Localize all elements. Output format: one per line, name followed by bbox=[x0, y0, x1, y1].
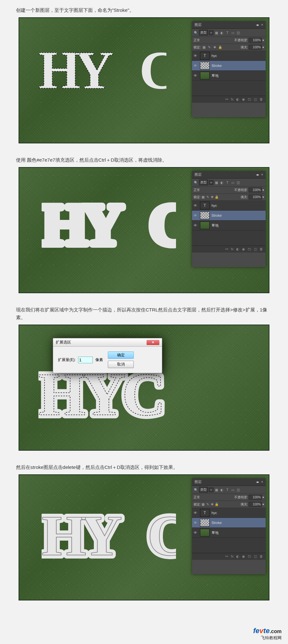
layers-panel[interactable]: 图层 ◂▸ × 🔍 类型 ÷ ▦ ◐ T ▭ ◫ 正常 不透明度: ▾ bbox=[192, 21, 266, 117]
opacity-input[interactable] bbox=[249, 38, 262, 43]
layer-hyc[interactable]: 👁Thyc bbox=[192, 201, 266, 211]
filter-image-icon[interactable]: ▦ bbox=[214, 30, 219, 35]
filter-text-icon[interactable]: T bbox=[225, 30, 230, 35]
ok-button[interactable]: 确定 bbox=[108, 351, 134, 359]
layers-panel[interactable]: 图层 ◂▸× 🔍 类型 ÷ ▦ ◐ T ▭ ◫ 正常 不透明度:▾ 锁定:▦✎✥… bbox=[192, 478, 266, 574]
filter-smart-icon[interactable]: ◫ bbox=[236, 180, 241, 185]
adjust-icon[interactable]: ◉ bbox=[242, 247, 245, 251]
lock-paint-icon[interactable]: ✎ bbox=[205, 502, 210, 506]
expand-input[interactable] bbox=[78, 357, 93, 363]
filter-arrow[interactable]: ÷ bbox=[209, 180, 213, 185]
link-icon[interactable]: ⚯ bbox=[225, 97, 228, 101]
close-icon[interactable]: × bbox=[261, 23, 263, 27]
filter-dropdown[interactable]: 类型 bbox=[199, 30, 208, 36]
lock-all-icon[interactable]: 🔒 bbox=[218, 45, 222, 49]
new-layer-icon[interactable]: ◫ bbox=[254, 247, 257, 251]
layer-stroke[interactable]: 👁 Stroke bbox=[192, 61, 266, 71]
trash-icon[interactable]: 🗑 bbox=[260, 554, 263, 559]
layer-hyc[interactable]: 👁 T hyc bbox=[192, 51, 266, 61]
fill-input[interactable] bbox=[249, 195, 262, 199]
visibility-icon[interactable]: 👁 bbox=[194, 223, 198, 227]
blend-mode[interactable]: 正常 bbox=[194, 495, 213, 500]
visibility-icon[interactable]: 👁 bbox=[194, 54, 198, 58]
collapse-icon[interactable]: ◂▸ bbox=[256, 23, 259, 27]
lock-all-icon[interactable]: 🔒 bbox=[214, 195, 219, 199]
layer-stroke[interactable]: 👁Stroke bbox=[192, 518, 266, 528]
filter-image-icon[interactable]: ▦ bbox=[214, 180, 219, 185]
layer-stroke[interactable]: 👁Stroke bbox=[192, 211, 266, 221]
lock-paint-icon[interactable]: ✎ bbox=[205, 195, 210, 199]
fx-icon[interactable]: fx bbox=[231, 97, 234, 101]
folder-icon[interactable]: 🗀 bbox=[248, 554, 251, 559]
filter-adjust-icon[interactable]: ◐ bbox=[220, 487, 224, 492]
visibility-icon[interactable]: 👁 bbox=[194, 521, 198, 525]
mask-icon[interactable]: ◐ bbox=[236, 97, 239, 101]
filter-smart-icon[interactable]: ◫ bbox=[236, 30, 241, 35]
lock-trans-icon[interactable]: ▦ bbox=[201, 502, 205, 506]
filter-dropdown[interactable]: 类型 bbox=[199, 487, 208, 493]
dialog-titlebar[interactable]: 扩展选区 ✕ bbox=[53, 338, 162, 347]
mask-icon[interactable]: ◐ bbox=[236, 247, 239, 251]
adjust-icon[interactable]: ◉ bbox=[242, 97, 245, 101]
filter-image-icon[interactable]: ▦ bbox=[214, 487, 219, 492]
search-icon[interactable]: 🔍 bbox=[194, 180, 198, 185]
filter-arrow[interactable]: ÷ bbox=[209, 487, 213, 492]
collapse-icon[interactable]: ◂▸ bbox=[256, 480, 259, 484]
new-layer-icon[interactable]: ◫ bbox=[254, 97, 257, 101]
filter-dropdown[interactable]: 类型 bbox=[199, 180, 208, 185]
layer-grass[interactable]: 👁草地 bbox=[192, 528, 266, 538]
dialog-close-button[interactable]: ✕ bbox=[147, 340, 159, 345]
search-icon[interactable]: 🔍 bbox=[194, 487, 198, 492]
filter-text-icon[interactable]: T bbox=[225, 487, 230, 492]
filter-arrow[interactable]: ÷ bbox=[209, 30, 213, 35]
filter-adjust-icon[interactable]: ◐ bbox=[220, 30, 224, 35]
trash-icon[interactable]: 🗑 bbox=[260, 247, 263, 251]
opacity-input[interactable] bbox=[249, 188, 262, 192]
lock-all-icon[interactable]: 🔒 bbox=[214, 502, 219, 506]
blend-mode[interactable]: 正常 bbox=[194, 188, 213, 192]
collapse-icon[interactable]: ◂▸ bbox=[256, 173, 259, 176]
fill-input[interactable] bbox=[249, 502, 262, 507]
visibility-icon[interactable]: 👁 bbox=[194, 511, 198, 515]
opacity-input[interactable] bbox=[249, 495, 262, 500]
close-icon[interactable]: × bbox=[261, 173, 263, 176]
folder-icon[interactable]: 🗀 bbox=[248, 97, 251, 101]
adjust-icon[interactable]: ◉ bbox=[242, 554, 245, 559]
lock-move-icon[interactable]: ✥ bbox=[212, 45, 217, 49]
layer-grass[interactable]: 👁 草地 bbox=[192, 71, 266, 81]
fill-input[interactable] bbox=[249, 45, 262, 50]
filter-shape-icon[interactable]: ▭ bbox=[231, 30, 235, 35]
visibility-icon[interactable]: 👁 bbox=[194, 204, 198, 207]
visibility-icon[interactable]: 👁 bbox=[194, 74, 198, 77]
lock-move-icon[interactable]: ✥ bbox=[210, 502, 214, 506]
filter-adjust-icon[interactable]: ◐ bbox=[220, 180, 224, 185]
lock-move-icon[interactable]: ✥ bbox=[210, 195, 214, 199]
lock-trans-icon[interactable]: ▦ bbox=[202, 45, 206, 49]
folder-icon[interactable]: 🗀 bbox=[248, 247, 251, 251]
fill-arrow[interactable]: ▾ bbox=[262, 503, 264, 506]
filter-smart-icon[interactable]: ◫ bbox=[236, 487, 241, 492]
lock-trans-icon[interactable]: ▦ bbox=[201, 195, 205, 199]
close-icon[interactable]: × bbox=[261, 480, 263, 484]
new-layer-icon[interactable]: ◫ bbox=[254, 554, 257, 559]
visibility-icon[interactable]: 👁 bbox=[194, 213, 198, 217]
fx-icon[interactable]: fx bbox=[231, 554, 234, 559]
opacity-arrow[interactable]: ▾ bbox=[262, 495, 264, 499]
blend-mode[interactable]: 正常 bbox=[194, 38, 213, 43]
filter-text-icon[interactable]: T bbox=[225, 180, 230, 185]
layer-grass[interactable]: 👁草地 bbox=[192, 221, 266, 230]
filter-shape-icon[interactable]: ▭ bbox=[231, 487, 235, 492]
lock-paint-icon[interactable]: ✎ bbox=[207, 45, 212, 49]
opacity-arrow[interactable]: ▾ bbox=[262, 38, 264, 42]
link-icon[interactable]: ⚯ bbox=[225, 554, 228, 559]
fx-icon[interactable]: fx bbox=[231, 247, 234, 251]
trash-icon[interactable]: 🗑 bbox=[260, 97, 263, 101]
expand-selection-dialog[interactable]: 扩展选区 ✕ 扩展量(E): 像素 确定 取消 bbox=[53, 338, 162, 373]
link-icon[interactable]: ⚯ bbox=[225, 247, 228, 251]
filter-shape-icon[interactable]: ▭ bbox=[231, 180, 235, 185]
opacity-arrow[interactable]: ▾ bbox=[262, 188, 264, 192]
mask-icon[interactable]: ◐ bbox=[236, 554, 239, 559]
visibility-icon[interactable]: 👁 bbox=[194, 64, 198, 68]
layers-panel[interactable]: 图层 ◂▸× 🔍 类型 ÷ ▦ ◐ T ▭ ◫ 正常 不透明度:▾ 锁定:▦✎✥… bbox=[192, 171, 266, 267]
fill-arrow[interactable]: ▾ bbox=[262, 195, 264, 199]
